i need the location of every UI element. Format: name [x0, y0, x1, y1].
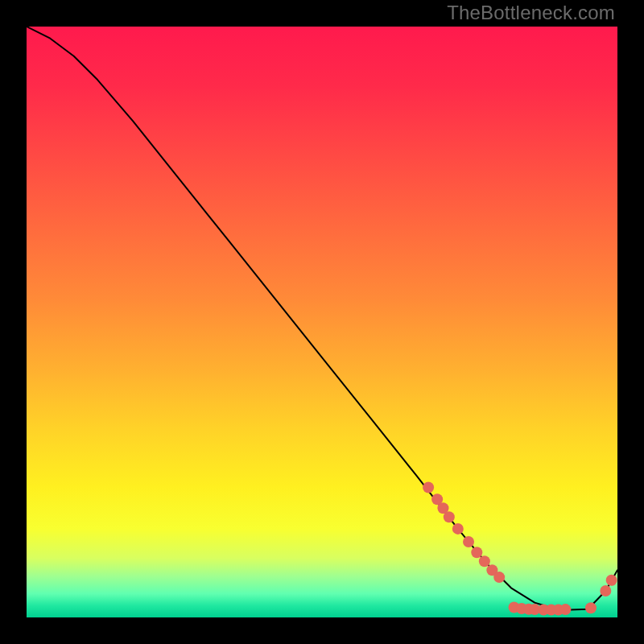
watermark-text: TheBottleneck.com	[447, 2, 615, 24]
chart-gradient-area	[27, 27, 617, 617]
chart-frame: TheBottleneck.com	[0, 0, 644, 644]
